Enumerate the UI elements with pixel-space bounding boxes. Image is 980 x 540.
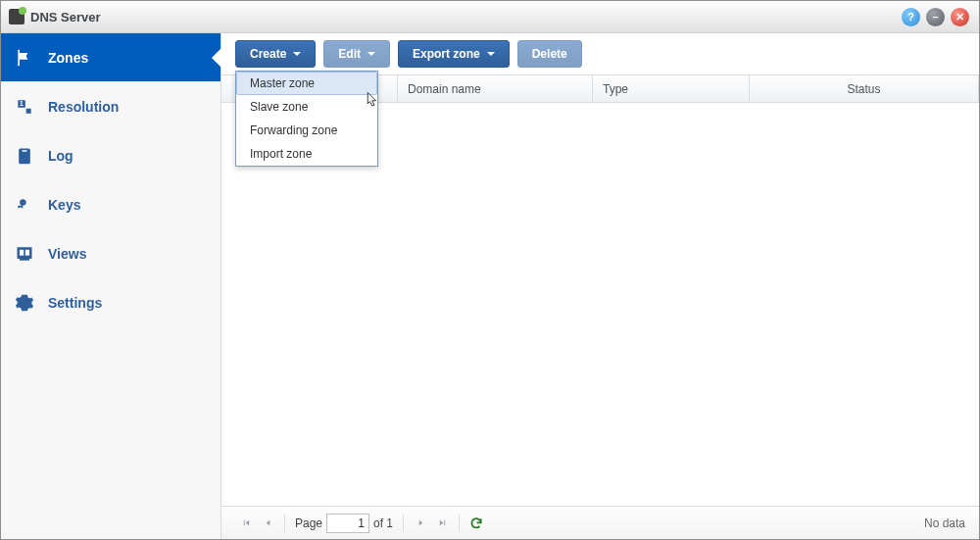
- window-title: DNS Server: [30, 10, 101, 25]
- sidebar-item-zones[interactable]: Zones: [1, 33, 220, 82]
- sidebar-item-label: Resolution: [48, 99, 119, 115]
- gear-icon: [15, 293, 34, 313]
- col-status[interactable]: Status: [750, 75, 979, 102]
- col-type[interactable]: Type: [593, 75, 750, 102]
- menu-item-label: Slave zone: [250, 100, 308, 114]
- svg-text:1: 1: [20, 100, 24, 107]
- close-button[interactable]: ✕: [951, 8, 969, 26]
- chevron-down-icon: [487, 52, 495, 60]
- help-button[interactable]: ?: [902, 8, 920, 26]
- button-label: Delete: [532, 47, 567, 61]
- sidebar-item-views[interactable]: Views: [1, 229, 220, 278]
- edit-button[interactable]: Edit: [323, 40, 390, 68]
- app-icon: [9, 9, 24, 25]
- page-input[interactable]: [326, 514, 369, 533]
- create-menu-slave-zone[interactable]: Slave zone: [236, 95, 377, 119]
- export-zone-button[interactable]: Export zone: [398, 40, 510, 68]
- button-label: Create: [250, 47, 286, 61]
- minimize-button[interactable]: –: [926, 8, 945, 26]
- svg-rect-2: [25, 249, 29, 255]
- create-menu-master-zone[interactable]: Master zone: [236, 72, 377, 95]
- next-page-button[interactable]: [410, 513, 431, 534]
- chevron-down-icon: [368, 52, 375, 60]
- col-domain[interactable]: Domain name: [398, 75, 593, 102]
- page-label: Page: [295, 516, 322, 530]
- svg-rect-1: [20, 249, 24, 255]
- sidebar-item-settings[interactable]: Settings: [1, 278, 220, 327]
- toolbar: Create Edit Export zone Delete M: [221, 33, 979, 74]
- views-icon: [15, 244, 34, 264]
- page-of-label: of 1: [373, 516, 393, 530]
- sidebar-item-label: Zones: [48, 50, 88, 66]
- refresh-button[interactable]: [466, 513, 487, 534]
- button-label: Edit: [338, 47, 361, 61]
- first-page-button[interactable]: [235, 513, 257, 534]
- pager-status: No data: [924, 516, 965, 530]
- create-menu-forwarding-zone[interactable]: Forwarding zone: [236, 119, 377, 142]
- prev-page-button[interactable]: [257, 513, 278, 534]
- sidebar-item-label: Log: [48, 148, 74, 164]
- dns-server-window: DNS Server ? – ✕ Zones 1 Resolution: [0, 0, 980, 540]
- last-page-button[interactable]: [431, 513, 453, 534]
- sidebar-item-label: Keys: [48, 197, 80, 213]
- flag-icon: [15, 48, 34, 68]
- sidebar-item-label: Views: [48, 246, 86, 262]
- titlebar: DNS Server ? – ✕: [1, 1, 979, 33]
- resolution-icon: 1: [15, 97, 34, 117]
- pager: Page of 1 No data: [221, 506, 979, 539]
- menu-item-label: Master zone: [250, 76, 315, 90]
- create-menu-import-zone[interactable]: Import zone: [236, 142, 377, 166]
- create-button[interactable]: Create: [235, 40, 316, 68]
- chevron-down-icon: [293, 52, 301, 60]
- sidebar-item-log[interactable]: Log: [1, 131, 220, 180]
- menu-item-label: Import zone: [250, 147, 312, 161]
- sidebar: Zones 1 Resolution Log Keys: [1, 33, 221, 539]
- create-dropdown: Master zone Slave zone Forwarding zone I…: [235, 71, 378, 167]
- delete-button[interactable]: Delete: [517, 40, 582, 68]
- sidebar-item-keys[interactable]: Keys: [1, 180, 220, 229]
- sidebar-item-label: Settings: [48, 295, 102, 311]
- main-panel: Create Edit Export zone Delete M: [221, 33, 979, 539]
- menu-item-label: Forwarding zone: [250, 123, 337, 137]
- key-icon: [15, 195, 34, 215]
- button-label: Export zone: [413, 47, 480, 61]
- sidebar-item-resolution[interactable]: 1 Resolution: [1, 82, 220, 131]
- clipboard-icon: [15, 146, 34, 166]
